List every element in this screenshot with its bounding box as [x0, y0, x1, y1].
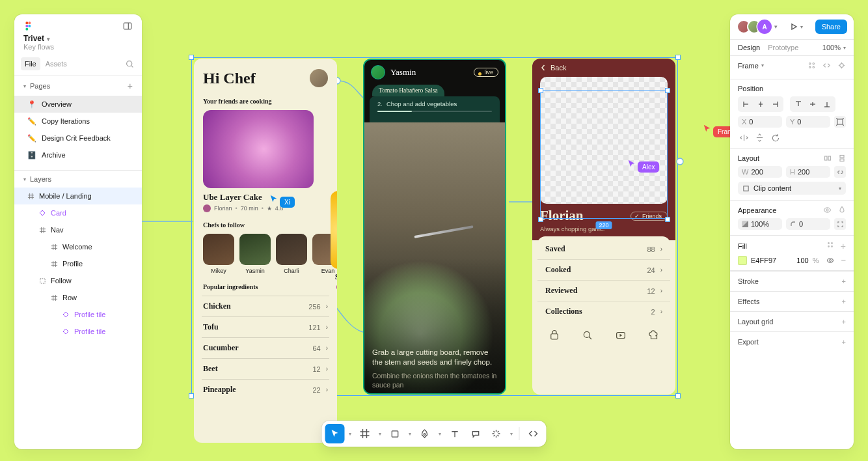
layout-grid-section[interactable]: Layout grid+ — [730, 311, 854, 331]
figma-logo-icon[interactable] — [23, 21, 34, 31]
nav-chef-icon[interactable] — [648, 329, 660, 341]
chef-tile[interactable]: Mikey — [203, 234, 234, 274]
flip-h-icon[interactable] — [738, 132, 750, 143]
ingredient-row[interactable]: Chicken256› — [202, 296, 329, 316]
avatar[interactable] — [310, 69, 328, 87]
tab-file[interactable]: File — [21, 57, 40, 70]
nav-video-icon[interactable] — [615, 329, 627, 341]
ingredient-row[interactable]: Beet12› — [202, 358, 329, 379]
chevron-down-icon[interactable]: ▾ — [376, 431, 384, 437]
layer-row[interactable]: Follow — [14, 272, 142, 289]
focus-icon[interactable] — [837, 61, 846, 70]
layer-row[interactable]: Profile tile — [14, 323, 142, 340]
video-frame[interactable]: Grab a large cutting board, remove the s… — [364, 122, 505, 393]
layer-row[interactable]: Card — [14, 204, 142, 221]
page-row[interactable]: 🗄️Archive — [14, 147, 142, 163]
page-row[interactable]: ✏️Design Crit Feedback — [14, 130, 142, 147]
chevron-down-icon[interactable]: ▾ — [23, 176, 26, 182]
tab-design[interactable]: Design — [738, 44, 760, 51]
fill-row[interactable]: E4FF97 100 % − — [738, 255, 846, 265]
artboard-video[interactable]: Yasmin live Tomato Habañero Salsa Chop a… — [363, 59, 506, 395]
frame-type[interactable]: Frame▾ — [738, 62, 764, 70]
layer-row[interactable]: Row — [14, 289, 142, 306]
dev-mode-tool[interactable] — [524, 424, 543, 443]
height-input[interactable]: H200 — [786, 166, 830, 178]
layer-row[interactable]: Profile — [14, 255, 142, 272]
visibility-icon[interactable] — [823, 206, 832, 214]
stat-row[interactable]: Collections2› — [537, 301, 670, 322]
file-name[interactable]: Trivet▾ — [14, 34, 142, 43]
visibility-icon[interactable] — [826, 257, 834, 264]
blend-icon[interactable] — [838, 206, 846, 214]
chevron-down-icon[interactable]: ▾ — [406, 431, 414, 437]
x-input[interactable]: X0 — [738, 116, 782, 128]
collaborator-avatars[interactable]: A ▾ — [737, 20, 778, 34]
page-row[interactable]: 📍Overview — [14, 96, 142, 113]
friends-badge[interactable]: Friends — [631, 212, 668, 221]
stat-row[interactable]: Reviewed12› — [537, 281, 670, 301]
stat-row[interactable]: Cooked24› — [537, 260, 670, 281]
constrain-icon[interactable] — [834, 166, 846, 178]
align-v-group[interactable] — [790, 96, 835, 112]
chevron-down-icon[interactable]: ▾ — [508, 431, 515, 437]
align-h-group[interactable] — [738, 96, 783, 112]
ingredient-row[interactable]: Tofu121› — [202, 316, 329, 337]
chevron-down-icon[interactable]: ▾ — [436, 431, 444, 437]
shape-tool[interactable] — [385, 424, 405, 443]
remove-fill-icon[interactable]: − — [841, 255, 846, 265]
chevron-down-icon[interactable]: ▾ — [346, 431, 354, 437]
nav-home-icon[interactable] — [549, 329, 560, 341]
search-icon[interactable] — [126, 60, 134, 68]
export-section[interactable]: Export+ — [730, 331, 854, 352]
chef-tile[interactable]: Charli — [276, 234, 307, 274]
tidy-icon[interactable] — [807, 61, 816, 70]
fill-swatch[interactable] — [738, 256, 747, 265]
page-row[interactable]: ✏️Copy Iterations — [14, 113, 142, 130]
back-button[interactable]: Back — [532, 59, 675, 77]
frame-tool[interactable] — [355, 424, 375, 443]
tab-assets[interactable]: Assets — [42, 57, 71, 70]
chevron-down-icon[interactable]: ▾ — [23, 83, 26, 89]
move-tool[interactable] — [325, 424, 345, 443]
clip-select[interactable]: Clip content ▾ — [738, 182, 846, 195]
layer-row[interactable]: Profile tile — [14, 306, 142, 323]
rotate-icon[interactable] — [769, 132, 781, 143]
recipe-pill[interactable]: Tomato Habañero Salsa — [372, 85, 444, 96]
zoom-level[interactable]: 100%▾ — [822, 44, 846, 51]
flip-v-icon[interactable] — [753, 132, 765, 143]
tab-prototype[interactable]: Prototype — [768, 44, 798, 51]
layer-row[interactable]: Mobile / Landing — [14, 188, 142, 204]
layer-row[interactable]: Welcome — [14, 238, 142, 255]
auto-layout-icon[interactable] — [824, 154, 832, 162]
chef-tile[interactable]: Yasmin — [239, 234, 271, 274]
layer-row[interactable]: Nav — [14, 221, 142, 238]
stat-row[interactable]: Saved88› — [537, 239, 670, 260]
profile-image-placeholder[interactable] — [540, 77, 668, 204]
ingredient-row[interactable]: Cucumber64› — [202, 337, 329, 358]
text-tool[interactable] — [445, 424, 465, 443]
recipe-card[interactable]: Ube Layer Cake Florian• 70 min• ★4.8 — [203, 110, 328, 212]
add-fill-icon[interactable]: + — [841, 241, 846, 251]
auto-layout-v-icon[interactable] — [838, 154, 846, 162]
width-input[interactable]: W200 — [738, 166, 782, 178]
artboard-landing[interactable]: Hi Chef Your friends are cooking Ube Lay… — [194, 59, 337, 443]
recipe-card-peek[interactable] — [331, 191, 337, 269]
actions-tool[interactable] — [487, 424, 506, 443]
nav-search-icon[interactable] — [582, 329, 593, 341]
y-input[interactable]: Y0 — [786, 116, 830, 128]
avatar[interactable]: A — [757, 20, 772, 34]
opacity-input[interactable]: 100% — [738, 218, 782, 230]
code-icon[interactable] — [822, 61, 831, 70]
canvas[interactable]: Hi Chef Your friends are cooking Ube Lay… — [142, 0, 730, 461]
effects-section[interactable]: Effects+ — [730, 291, 854, 311]
panel-toggle-icon[interactable] — [122, 21, 133, 31]
stroke-section[interactable]: Stroke+ — [730, 271, 854, 291]
share-button[interactable]: Share — [815, 20, 847, 34]
absolute-pos-icon[interactable] — [834, 116, 846, 128]
comment-tool[interactable] — [466, 424, 485, 443]
avatar[interactable] — [371, 65, 385, 79]
ingredient-row[interactable]: Pineapple22› — [202, 379, 329, 400]
corners-icon[interactable] — [834, 218, 846, 230]
add-page-icon[interactable]: + — [128, 81, 133, 91]
present-button[interactable]: ▾ — [789, 22, 803, 31]
